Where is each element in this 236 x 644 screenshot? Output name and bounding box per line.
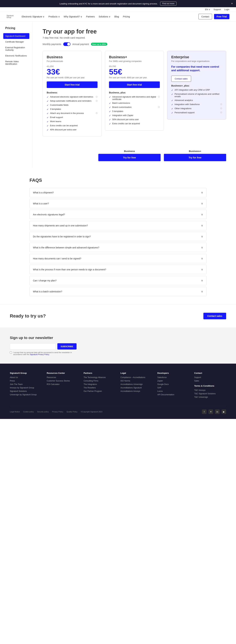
language-selector[interactable]: EN ∨: [205, 8, 210, 11]
nav-why-signaturit[interactable]: Why Signaturit? ∨: [64, 15, 82, 18]
nav-electronic-signature[interactable]: Electronic Signature ∨: [22, 15, 44, 18]
billing-toggle-switch[interactable]: [63, 42, 70, 46]
faq-question-3[interactable]: How many shipments are used up in one su…: [30, 221, 206, 230]
faq-question-2[interactable]: Are electronic signatures legal? ∨: [30, 210, 206, 219]
footer-link[interactable]: Consulting Firms: [84, 380, 116, 382]
nav-solutions[interactable]: Solutions ∨: [99, 15, 110, 18]
footer-link[interactable]: Zapier: [157, 380, 189, 382]
faq-question-1[interactable]: What is a user? ∨: [30, 199, 206, 208]
footer-link[interactable]: Universign by Signaturit Group: [10, 394, 42, 396]
cookie-policy-link[interactable]: Cookie policy: [23, 411, 34, 413]
nav-partners[interactable]: Partners: [86, 15, 95, 18]
info-icon[interactable]: ⓘ: [158, 106, 160, 108]
footer-link[interactable]: Lucca: [157, 390, 189, 392]
ready-contact-sales-button[interactable]: Contact sales: [203, 313, 226, 319]
sidebar-item-electronic-notifications[interactable]: Electronic Notifications: [3, 53, 29, 58]
instagram-icon[interactable]: ✦: [209, 410, 213, 414]
faq-item-3: How many shipments are used up in one su…: [29, 221, 207, 230]
footer-link[interactable]: Signaturit Solutions: [10, 390, 42, 392]
sidebar-item-dashboard[interactable]: Signaturit Dashboard: [3, 33, 29, 39]
footer-link[interactable]: T&C Innosys: [194, 389, 226, 391]
footer-link[interactable]: API Documentation: [157, 394, 189, 396]
find-out-more-link[interactable]: Find out more: [160, 2, 177, 6]
sidebar-item-remote-video[interactable]: Remote Video Identification: [3, 58, 29, 67]
pricing-card-business-plus: Business+ For SMEs and growing companies…: [105, 51, 164, 130]
feature-item: ✓Extra credits can be acquired: [109, 122, 160, 125]
close-announcement-button[interactable]: ×: [231, 2, 233, 5]
footer-link[interactable]: Sales: [194, 380, 226, 382]
faq-question-6[interactable]: How many documents can I send to be sign…: [30, 254, 206, 263]
business-plus-try-free-button[interactable]: Try for free: [164, 154, 226, 161]
feature-text: 5 templates: [112, 110, 123, 112]
faq-question-0[interactable]: What is a shipment? ∨: [30, 188, 206, 197]
footer-link[interactable]: The Integrators: [84, 383, 116, 386]
info-icon[interactable]: ⓘ: [220, 103, 222, 106]
footer-link[interactable]: Google Docs: [157, 383, 189, 386]
info-icon[interactable]: ⓘ: [220, 111, 222, 114]
comparison-plan1-label: Business: [98, 150, 161, 152]
footer-link[interactable]: T&C Universign: [194, 396, 226, 398]
footer-link[interactable]: Innosys by Signaturit Group: [10, 386, 42, 389]
footer-link[interactable]: The Technology Alliances: [84, 376, 116, 378]
footer-link[interactable]: The Resellers: [84, 386, 116, 389]
logo[interactable]: Signaturit Group: [6, 15, 13, 18]
faq-question-5[interactable]: What is the difference between simple an…: [30, 243, 206, 252]
footer-link[interactable]: Support: [194, 376, 226, 378]
info-icon[interactable]: ⓘ: [96, 112, 98, 114]
feature-text: Extra credits can be acquired: [50, 124, 78, 127]
newsletter-form: SUBSCRIBE: [10, 343, 226, 350]
footer-link[interactable]: T&C Signaturit Solutions: [194, 392, 226, 395]
sidebar-item-certificate[interactable]: Certificate Manager: [3, 39, 29, 45]
contact-button[interactable]: Contact: [199, 14, 212, 19]
info-icon[interactable]: ⓘ: [220, 107, 222, 110]
footer-link[interactable]: Press: [10, 380, 42, 382]
facebook-icon[interactable]: f: [202, 410, 207, 414]
legal-notice-link[interactable]: Legal Notice: [10, 411, 20, 413]
feature-text: API Integration with any CRM or ERP: [175, 89, 210, 91]
footer-link[interactable]: ISO Norms: [120, 380, 152, 382]
footer-link[interactable]: Customer Success Stories: [47, 380, 79, 382]
business-plus-start-trial-button[interactable]: Start free trial: [109, 82, 160, 88]
footer-link[interactable]: Salesforce: [157, 376, 189, 378]
faq-question-text-1: What is a user?: [33, 202, 49, 205]
faq-question-9[interactable]: What is a batch submission? ∨: [30, 287, 206, 296]
youtube-icon[interactable]: ▶: [222, 410, 226, 414]
security-policy-link[interactable]: Security policy: [37, 411, 49, 413]
footer-link[interactable]: SAP: [157, 386, 189, 389]
login-link[interactable]: Login: [224, 8, 230, 11]
footer-link[interactable]: Our Partner Program: [84, 390, 116, 392]
nav-pricing[interactable]: Pricing: [123, 15, 130, 18]
main-nav: Signaturit Group Electronic Signature ∨ …: [0, 12, 236, 22]
quality-policy-link[interactable]: Quality Policy: [67, 411, 78, 413]
footer-link[interactable]: Accreditations Signaturit: [120, 386, 152, 389]
support-link[interactable]: Support: [214, 8, 221, 11]
business-start-trial-button[interactable]: Start free trial: [47, 82, 98, 88]
enterprise-contact-sales-button[interactable]: Contact sales: [171, 76, 191, 82]
newsletter-email-input[interactable]: [10, 343, 56, 350]
business-try-free-button[interactable]: Try for free: [98, 154, 161, 161]
privacy-policy-footer-link[interactable]: Privacy Policy: [52, 411, 63, 413]
footer-link[interactable]: Join The Team: [10, 383, 42, 386]
nav-products[interactable]: Products ∨: [48, 15, 60, 18]
faq-question-7[interactable]: What is the process if more than one per…: [30, 265, 206, 274]
subscribe-button[interactable]: SUBSCRIBE: [57, 343, 77, 350]
feature-text: Integration with Salesforce: [175, 103, 200, 106]
footer-link[interactable]: About Us: [10, 376, 42, 378]
privacy-policy-link[interactable]: Signaturit Privacy Policy.: [30, 354, 49, 356]
footer-link[interactable]: ROI Calculator: [47, 383, 79, 386]
info-icon[interactable]: ⓘ: [158, 96, 160, 98]
faq-question-8[interactable]: Can I change my plan? ∨: [30, 276, 206, 285]
newsletter-consent-checkbox[interactable]: [10, 352, 12, 354]
footer-link[interactable]: Compliance – Accreditations: [120, 376, 152, 378]
free-trial-button[interactable]: Free Trial: [214, 14, 230, 19]
info-icon[interactable]: ⓘ: [96, 96, 98, 98]
sidebar-item-external-registration[interactable]: External Registration Authority: [3, 45, 29, 53]
footer-link[interactable]: Accreditations Universign: [120, 383, 152, 386]
nav-blog[interactable]: Blog: [115, 15, 119, 18]
linkedin-icon[interactable]: in: [215, 410, 220, 414]
info-icon[interactable]: ⓘ: [96, 100, 98, 102]
faq-question-4[interactable]: Do the signatories have to be registered…: [30, 232, 206, 241]
comparison-section: Business Business+ Try for free Try for …: [43, 146, 226, 161]
footer-link[interactable]: Accreditations Innosys: [120, 390, 152, 392]
footer-link[interactable]: Resources: [47, 376, 79, 378]
